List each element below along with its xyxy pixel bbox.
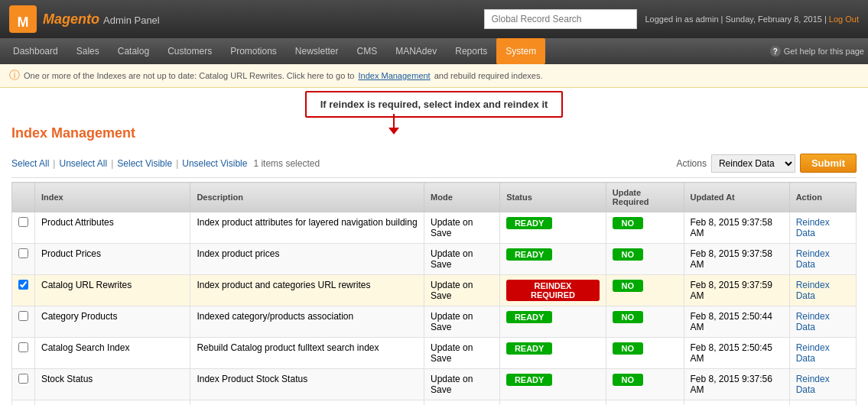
th-index: Index [35,183,190,212]
row-status: READY [500,400,606,406]
nav-sales[interactable]: Sales [67,38,109,64]
row-description: Index product attributes for layered nav… [190,212,424,244]
reindex-data-link[interactable]: Reindex Data [796,342,830,364]
submit-button[interactable]: Submit [800,154,857,173]
th-updated-at: Updated At [684,183,789,212]
row-index-name: Tag Aggregation Data [35,400,190,406]
status-badge: READY [506,342,552,355]
nav-newsletter[interactable]: Newsletter [286,38,348,64]
status-badge: READY [506,217,552,229]
status-badge: REINDEX REQUIRED [506,280,600,301]
row-updated-at: Feb 8, 2015 2:50:44 AM [684,306,789,338]
row-description: Rebuild Catalog product fulltext search … [190,338,424,369]
reindex-data-link[interactable]: Reindex Data [796,374,830,395]
th-update-required: Update Required [606,183,684,212]
row-checkbox-cell [12,244,35,275]
update-badge: NO [613,248,643,261]
help-link[interactable]: ? Get help for this page [770,46,864,57]
magento-logo-icon: M [9,5,37,33]
row-description: Rebuild Tag aggregation data [190,400,424,406]
reindex-data-link[interactable]: Reindex Data [796,311,830,332]
warning-text-after: and rebuild required indexes. [434,71,543,80]
reindex-data-link[interactable]: Reindex Data [796,217,830,238]
row-status: READY [500,338,606,369]
table-row: Tag Aggregation Data Rebuild Tag aggrega… [12,400,857,406]
nav-manadev[interactable]: MANAdev [386,38,446,64]
callout-box: If reindex is required, select index and… [305,91,564,118]
row-action: Reindex Data [789,275,856,306]
update-badge: NO [613,342,643,355]
update-badge: NO [613,280,643,292]
toolbar-right: Actions Reindex Data Submit [677,154,857,173]
row-update-required: NO [606,369,684,400]
header-right: Logged in as admin | Sunday, February 8,… [484,9,859,29]
table-row: Category Products Indexed category/produ… [12,306,857,338]
row-updated-at: Feb 8, 2015 9:37:59 AM [684,275,789,306]
row-index-name: Catalog Search Index [35,338,190,369]
row-checkbox[interactable] [18,342,28,352]
help-text: Get help for this page [784,47,864,56]
actions-label: Actions [677,158,707,169]
index-management-link[interactable]: Index Management [359,71,431,80]
th-mode: Mode [424,183,500,212]
actions-select[interactable]: Reindex Data [711,154,795,173]
row-checkbox-cell [12,306,35,338]
logout-link[interactable]: Log Out [829,15,859,24]
row-checkbox-cell [12,212,35,244]
row-index-name: Catalog URL Rewrites [35,275,190,306]
row-index-name: Product Attributes [35,212,190,244]
row-action: Reindex Data [789,369,856,400]
row-mode: Update on Save [424,244,500,275]
row-update-required: NO [606,212,684,244]
reindex-data-link[interactable]: Reindex Data [796,280,830,301]
row-action: Reindex Data [789,212,856,244]
global-search-input[interactable] [484,9,637,29]
unselect-visible-link[interactable]: Unselect Visible [182,158,247,169]
row-status: READY [500,369,606,400]
th-description: Description [190,183,424,212]
warning-text: One or more of the Indexes are not up to… [24,71,355,80]
row-updated-at: Feb 8, 2015 9:37:58 AM [684,212,789,244]
update-badge: NO [613,311,643,323]
row-description: Index product prices [190,244,424,275]
toolbar: Select All | Unselect All | Select Visib… [11,149,857,178]
index-table: Index Description Mode Status Update Req… [11,182,857,405]
svg-text:M: M [18,15,29,30]
row-index-name: Category Products [35,306,190,338]
logo-brand: Magento Admin Panel [43,11,160,28]
nav-system[interactable]: System [496,38,545,64]
row-status: READY [500,306,606,338]
row-checkbox-cell [12,338,35,369]
table-row: Product Prices Index product prices Upda… [12,244,857,275]
row-action: Reindex Data [789,338,856,369]
row-checkbox-cell [12,275,35,306]
th-checkbox [12,183,35,212]
nav-reports[interactable]: Reports [446,38,496,64]
row-checkbox-cell [12,400,35,406]
nav-catalog[interactable]: Catalog [109,38,158,64]
nav-promotions[interactable]: Promotions [221,38,286,64]
update-badge: NO [613,217,643,229]
warning-icon: ⓘ [9,69,20,83]
nav-cms[interactable]: CMS [348,38,387,64]
unselect-all-link[interactable]: Unselect All [59,158,107,169]
row-update-required: NO [606,306,684,338]
row-status: READY [500,244,606,275]
th-action: Action [789,183,856,212]
row-checkbox[interactable] [18,374,28,384]
status-badge: READY [506,248,552,261]
row-checkbox[interactable] [18,248,28,258]
header: M Magento Admin Panel Logged in as admin… [0,0,868,38]
select-all-link[interactable]: Select All [11,158,49,169]
row-checkbox[interactable] [18,280,28,290]
nav-dashboard[interactable]: Dashboard [4,38,67,64]
row-update-required: NO [606,244,684,275]
row-checkbox[interactable] [18,311,28,321]
reindex-data-link[interactable]: Reindex Data [796,248,830,270]
row-checkbox[interactable] [18,217,28,227]
nav-items: Dashboard Sales Catalog Customers Promot… [4,38,545,64]
row-update-required: NO [606,338,684,369]
callout-message: If reindex is required, select index and… [320,99,548,110]
select-visible-link[interactable]: Select Visible [117,158,172,169]
nav-customers[interactable]: Customers [158,38,221,64]
